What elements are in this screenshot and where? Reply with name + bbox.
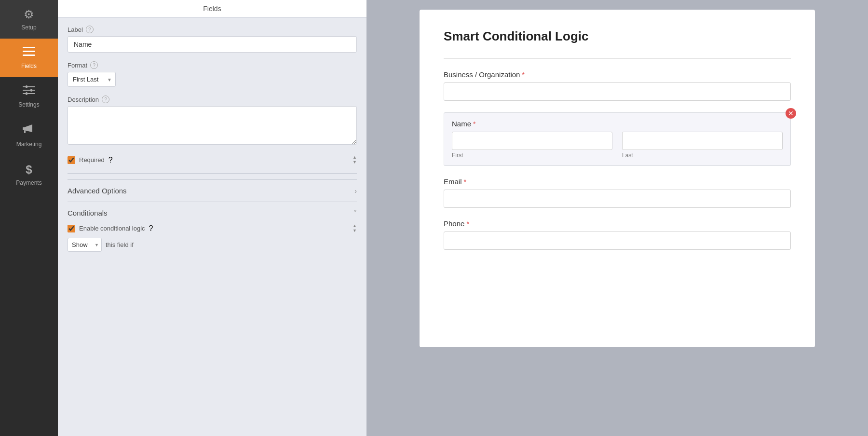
sort-arrows: ▲ ▼: [353, 155, 357, 164]
format-field-group: Format ? First Last Last First First Onl…: [68, 61, 357, 87]
sort-up-arrow[interactable]: ▲: [353, 155, 357, 160]
settings-icon: [23, 85, 35, 98]
sort-down-arrow[interactable]: ▼: [353, 160, 357, 164]
dollar-icon: $: [26, 163, 32, 177]
description-help-icon[interactable]: ?: [102, 95, 109, 103]
svg-rect-1: [23, 51, 35, 52]
required-row: Required ? ▲ ▼: [68, 155, 357, 164]
form-title: Smart Conditional Logic: [444, 29, 791, 44]
svg-rect-8: [26, 92, 27, 95]
required-field-group: Required ? ▲ ▼: [68, 155, 357, 164]
enable-conditional-checkbox[interactable]: [68, 225, 75, 232]
preview-area: Smart Conditional Logic Business / Organ…: [366, 0, 868, 436]
description-field-group: Description ?: [68, 95, 357, 147]
label-field-label: Label ?: [68, 26, 357, 33]
svg-rect-0: [23, 47, 35, 48]
advanced-options-section: Advanced Options ›: [68, 179, 357, 202]
email-field-group: Email *: [444, 177, 791, 208]
svg-rect-7: [23, 93, 35, 94]
format-select-wrapper: First Last Last First First Only ▼: [68, 72, 116, 87]
name-last-col: Last: [622, 132, 783, 159]
show-select[interactable]: Show Hide: [68, 238, 102, 252]
format-select[interactable]: First Last Last First First Only: [68, 72, 116, 87]
svg-rect-2: [23, 54, 35, 56]
svg-rect-9: [23, 127, 25, 130]
fields-icon: [23, 46, 35, 60]
first-name-input[interactable]: [452, 132, 612, 150]
email-label: Email *: [444, 177, 791, 186]
conditionals-chevron: ˅: [353, 209, 357, 217]
business-field-group: Business / Organization *: [444, 70, 791, 101]
phone-input[interactable]: [444, 232, 791, 250]
name-label: Name *: [452, 120, 783, 128]
svg-rect-10: [24, 130, 26, 133]
fields-panel-content: Label ? Format ? First Last Last First F…: [58, 18, 366, 436]
description-field-label: Description ?: [68, 95, 357, 103]
enable-conditional-row: Enable conditional logic ? ▲ ▼: [68, 224, 357, 233]
label-input[interactable]: [68, 36, 357, 53]
name-row: First Last: [452, 132, 783, 159]
email-required-star: *: [464, 178, 466, 186]
last-name-input[interactable]: [622, 132, 783, 150]
required-help-icon[interactable]: ?: [108, 156, 113, 164]
svg-rect-3: [23, 86, 35, 87]
phone-label: Phone *: [444, 219, 791, 228]
name-close-button[interactable]: ✕: [786, 108, 796, 119]
description-input[interactable]: [68, 106, 357, 145]
sidebar-item-payments[interactable]: $ Payments: [0, 155, 58, 194]
conditionals-content: Enable conditional logic ? ▲ ▼ Show Hide…: [68, 224, 357, 259]
name-field-block: ✕ Name * First Last: [444, 112, 791, 166]
name-first-col: First: [452, 132, 612, 159]
name-required-star: *: [473, 120, 475, 128]
conditional-sort-up[interactable]: ▲: [353, 224, 357, 228]
divider-1: [68, 173, 357, 174]
form-divider: [444, 58, 791, 59]
business-input[interactable]: [444, 82, 791, 101]
svg-rect-5: [23, 90, 35, 91]
conditionals-section: Conditionals ˅ Enable conditional logic …: [68, 202, 357, 259]
svg-rect-6: [30, 89, 32, 92]
label-help-icon[interactable]: ?: [86, 26, 94, 33]
conditional-sort-down[interactable]: ▼: [353, 229, 357, 233]
sidebar-item-marketing[interactable]: Marketing: [0, 116, 58, 155]
sidebar-item-setup[interactable]: ⚙ Setup: [0, 0, 58, 39]
business-label: Business / Organization *: [444, 70, 791, 79]
show-select-wrapper: Show Hide ▼: [68, 238, 102, 252]
advanced-options-chevron: ›: [354, 187, 357, 195]
required-checkbox[interactable]: [68, 156, 75, 164]
conditional-sort-arrows: ▲ ▼: [353, 224, 357, 233]
phone-required-star: *: [466, 220, 469, 228]
conditionals-header[interactable]: Conditionals ˅: [68, 202, 357, 224]
sidebar-item-settings[interactable]: Settings: [0, 77, 58, 116]
sidebar: ⚙ Setup Fields Settings: [0, 0, 58, 436]
svg-rect-4: [26, 85, 27, 88]
label-field-group: Label ?: [68, 26, 357, 53]
format-field-label: Format ?: [68, 61, 357, 69]
format-help-icon[interactable]: ?: [90, 61, 98, 69]
form-preview: Smart Conditional Logic Business / Organ…: [420, 10, 815, 347]
business-required-star: *: [522, 71, 524, 79]
sidebar-item-fields[interactable]: Fields: [0, 39, 58, 77]
conditional-show-row: Show Hide ▼ this field if: [68, 238, 357, 252]
gear-icon: ⚙: [24, 8, 34, 21]
fields-panel: Fields Label ? Format ? First Last Last …: [58, 0, 366, 436]
fields-panel-header: Fields: [58, 0, 366, 18]
marketing-icon: [23, 123, 35, 138]
advanced-options-header[interactable]: Advanced Options ›: [68, 180, 357, 202]
conditional-help-icon[interactable]: ?: [149, 224, 153, 233]
email-input[interactable]: [444, 190, 791, 208]
phone-field-group: Phone *: [444, 219, 791, 250]
